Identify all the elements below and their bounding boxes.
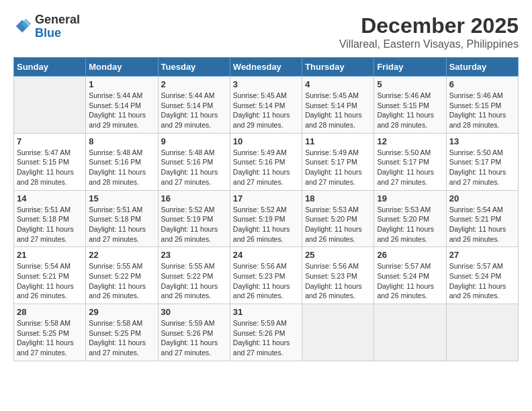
week-row-3: 14Sunrise: 5:51 AMSunset: 5:18 PMDayligh… bbox=[14, 190, 519, 247]
day-number: 3 bbox=[233, 79, 299, 89]
day-cell: 29Sunrise: 5:58 AMSunset: 5:25 PMDayligh… bbox=[86, 304, 158, 361]
calendar-header-row: SundayMondayTuesdayWednesdayThursdayFrid… bbox=[14, 58, 519, 77]
week-row-1: 1Sunrise: 5:44 AMSunset: 5:14 PMDaylight… bbox=[14, 77, 519, 134]
logo: General Blue bbox=[13, 13, 80, 40]
day-number: 9 bbox=[161, 136, 227, 146]
header-sunday: Sunday bbox=[14, 58, 86, 77]
day-cell: 21Sunrise: 5:54 AMSunset: 5:21 PMDayligh… bbox=[14, 247, 86, 304]
day-cell: 26Sunrise: 5:57 AMSunset: 5:24 PMDayligh… bbox=[374, 247, 446, 304]
title-area: December 2025 Villareal, Eastern Visayas… bbox=[339, 13, 519, 50]
day-info: Sunrise: 5:53 AMSunset: 5:20 PMDaylight:… bbox=[305, 205, 371, 244]
day-number: 26 bbox=[377, 250, 443, 260]
day-cell: 16Sunrise: 5:52 AMSunset: 5:19 PMDayligh… bbox=[158, 190, 230, 247]
day-cell: 9Sunrise: 5:48 AMSunset: 5:16 PMDaylight… bbox=[158, 133, 230, 190]
header-monday: Monday bbox=[86, 58, 158, 77]
day-cell: 15Sunrise: 5:51 AMSunset: 5:18 PMDayligh… bbox=[86, 190, 158, 247]
day-cell bbox=[446, 304, 518, 361]
day-cell: 14Sunrise: 5:51 AMSunset: 5:18 PMDayligh… bbox=[14, 190, 86, 247]
day-number: 30 bbox=[161, 307, 227, 317]
day-info: Sunrise: 5:53 AMSunset: 5:20 PMDaylight:… bbox=[377, 205, 443, 244]
day-cell bbox=[14, 77, 86, 134]
day-cell: 27Sunrise: 5:57 AMSunset: 5:24 PMDayligh… bbox=[446, 247, 518, 304]
day-number: 6 bbox=[449, 79, 515, 89]
day-number: 5 bbox=[377, 79, 443, 89]
header-wednesday: Wednesday bbox=[230, 58, 302, 77]
day-number: 13 bbox=[449, 136, 515, 146]
day-number: 22 bbox=[89, 250, 154, 260]
day-info: Sunrise: 5:58 AMSunset: 5:25 PMDaylight:… bbox=[89, 318, 154, 358]
day-number: 11 bbox=[305, 136, 371, 146]
day-cell: 24Sunrise: 5:56 AMSunset: 5:23 PMDayligh… bbox=[230, 247, 302, 304]
day-number: 2 bbox=[161, 79, 227, 89]
logo-general: General bbox=[35, 13, 80, 27]
day-number: 29 bbox=[89, 307, 154, 317]
day-number: 20 bbox=[449, 193, 515, 203]
day-cell: 23Sunrise: 5:55 AMSunset: 5:22 PMDayligh… bbox=[158, 247, 230, 304]
day-info: Sunrise: 5:51 AMSunset: 5:18 PMDaylight:… bbox=[89, 205, 154, 244]
header-thursday: Thursday bbox=[302, 58, 374, 77]
day-info: Sunrise: 5:46 AMSunset: 5:15 PMDaylight:… bbox=[449, 91, 515, 130]
day-cell: 18Sunrise: 5:53 AMSunset: 5:20 PMDayligh… bbox=[302, 190, 374, 247]
calendar-table: SundayMondayTuesdayWednesdayThursdayFrid… bbox=[13, 57, 519, 361]
logo-icon bbox=[13, 17, 32, 36]
week-row-4: 21Sunrise: 5:54 AMSunset: 5:21 PMDayligh… bbox=[14, 247, 519, 304]
day-number: 18 bbox=[305, 193, 371, 203]
week-row-5: 28Sunrise: 5:58 AMSunset: 5:25 PMDayligh… bbox=[14, 304, 519, 361]
day-cell: 30Sunrise: 5:59 AMSunset: 5:26 PMDayligh… bbox=[158, 304, 230, 361]
day-number: 27 bbox=[449, 250, 515, 260]
day-cell: 12Sunrise: 5:50 AMSunset: 5:17 PMDayligh… bbox=[374, 133, 446, 190]
day-number: 31 bbox=[233, 307, 299, 317]
day-info: Sunrise: 5:59 AMSunset: 5:26 PMDaylight:… bbox=[233, 318, 299, 358]
day-info: Sunrise: 5:45 AMSunset: 5:14 PMDaylight:… bbox=[305, 91, 371, 130]
day-cell: 6Sunrise: 5:46 AMSunset: 5:15 PMDaylight… bbox=[446, 77, 518, 134]
day-cell: 10Sunrise: 5:49 AMSunset: 5:16 PMDayligh… bbox=[230, 133, 302, 190]
day-number: 4 bbox=[305, 79, 371, 89]
day-info: Sunrise: 5:45 AMSunset: 5:14 PMDaylight:… bbox=[233, 91, 299, 130]
day-info: Sunrise: 5:58 AMSunset: 5:25 PMDaylight:… bbox=[17, 318, 83, 358]
day-cell: 22Sunrise: 5:55 AMSunset: 5:22 PMDayligh… bbox=[86, 247, 158, 304]
day-info: Sunrise: 5:57 AMSunset: 5:24 PMDaylight:… bbox=[449, 261, 515, 301]
day-cell: 28Sunrise: 5:58 AMSunset: 5:25 PMDayligh… bbox=[14, 304, 86, 361]
day-info: Sunrise: 5:51 AMSunset: 5:18 PMDaylight:… bbox=[17, 205, 83, 244]
day-number: 24 bbox=[233, 250, 299, 260]
logo-text: General Blue bbox=[35, 13, 80, 40]
day-cell: 4Sunrise: 5:45 AMSunset: 5:14 PMDaylight… bbox=[302, 77, 374, 134]
day-cell: 8Sunrise: 5:48 AMSunset: 5:16 PMDaylight… bbox=[86, 133, 158, 190]
day-number: 16 bbox=[161, 193, 227, 203]
day-number: 17 bbox=[233, 193, 299, 203]
day-info: Sunrise: 5:55 AMSunset: 5:22 PMDaylight:… bbox=[89, 261, 154, 301]
day-cell: 3Sunrise: 5:45 AMSunset: 5:14 PMDaylight… bbox=[230, 77, 302, 134]
subtitle: Villareal, Eastern Visayas, Philippines bbox=[339, 38, 519, 50]
day-number: 25 bbox=[305, 250, 371, 260]
day-cell: 1Sunrise: 5:44 AMSunset: 5:14 PMDaylight… bbox=[86, 77, 158, 134]
day-info: Sunrise: 5:52 AMSunset: 5:19 PMDaylight:… bbox=[161, 205, 227, 244]
day-cell: 2Sunrise: 5:44 AMSunset: 5:14 PMDaylight… bbox=[158, 77, 230, 134]
day-info: Sunrise: 5:47 AMSunset: 5:15 PMDaylight:… bbox=[17, 148, 83, 187]
day-info: Sunrise: 5:52 AMSunset: 5:19 PMDaylight:… bbox=[233, 205, 299, 244]
day-number: 10 bbox=[233, 136, 299, 146]
day-cell bbox=[374, 304, 446, 361]
day-info: Sunrise: 5:44 AMSunset: 5:14 PMDaylight:… bbox=[161, 91, 227, 130]
main-title: December 2025 bbox=[339, 13, 519, 38]
day-number: 12 bbox=[377, 136, 443, 146]
day-info: Sunrise: 5:56 AMSunset: 5:23 PMDaylight:… bbox=[305, 261, 371, 301]
day-number: 7 bbox=[17, 136, 83, 146]
day-info: Sunrise: 5:57 AMSunset: 5:24 PMDaylight:… bbox=[377, 261, 443, 301]
day-number: 14 bbox=[17, 193, 83, 203]
day-info: Sunrise: 5:54 AMSunset: 5:21 PMDaylight:… bbox=[449, 205, 515, 244]
day-cell: 7Sunrise: 5:47 AMSunset: 5:15 PMDaylight… bbox=[14, 133, 86, 190]
day-info: Sunrise: 5:46 AMSunset: 5:15 PMDaylight:… bbox=[377, 91, 443, 130]
day-number: 8 bbox=[89, 136, 154, 146]
header-saturday: Saturday bbox=[446, 58, 518, 77]
day-info: Sunrise: 5:49 AMSunset: 5:16 PMDaylight:… bbox=[233, 148, 299, 187]
day-info: Sunrise: 5:44 AMSunset: 5:14 PMDaylight:… bbox=[89, 91, 154, 130]
day-info: Sunrise: 5:59 AMSunset: 5:26 PMDaylight:… bbox=[161, 318, 227, 358]
day-number: 19 bbox=[377, 193, 443, 203]
day-info: Sunrise: 5:48 AMSunset: 5:16 PMDaylight:… bbox=[89, 148, 154, 187]
day-cell: 31Sunrise: 5:59 AMSunset: 5:26 PMDayligh… bbox=[230, 304, 302, 361]
day-number: 21 bbox=[17, 250, 83, 260]
day-info: Sunrise: 5:55 AMSunset: 5:22 PMDaylight:… bbox=[161, 261, 227, 301]
day-cell: 11Sunrise: 5:49 AMSunset: 5:17 PMDayligh… bbox=[302, 133, 374, 190]
day-info: Sunrise: 5:56 AMSunset: 5:23 PMDaylight:… bbox=[233, 261, 299, 301]
day-number: 15 bbox=[89, 193, 154, 203]
